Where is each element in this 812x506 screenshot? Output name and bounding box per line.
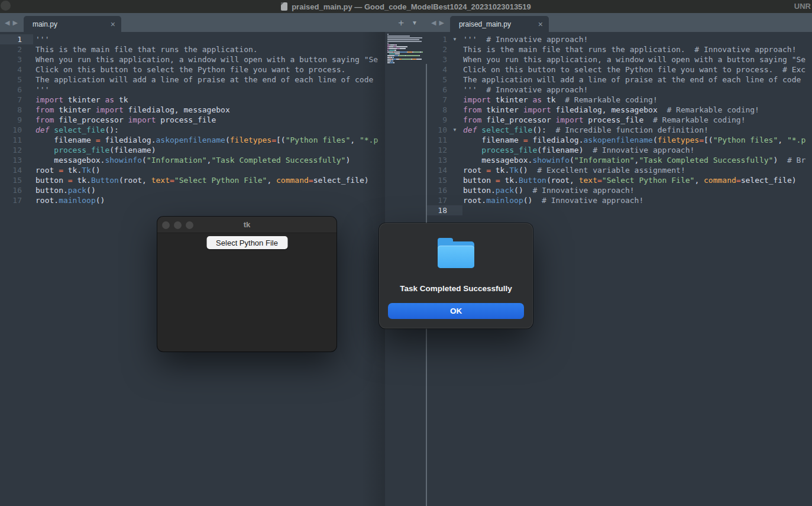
gutter-row: 11 — [427, 135, 462, 145]
select-python-file-button[interactable]: Select Python File — [206, 236, 287, 249]
tab-overflow-icon[interactable]: ▼ — [412, 20, 418, 26]
line-number: 15 — [0, 175, 22, 185]
line-number: 8 — [427, 105, 447, 115]
line-number: 7 — [0, 95, 22, 105]
line-number: 18 — [427, 205, 447, 215]
tk-zoom-button[interactable] — [186, 221, 193, 229]
tab-praised-main-py[interactable]: praised_main.py × — [450, 16, 549, 32]
minimap-line — [387, 41, 424, 42]
code-line: def select_file(): # Incredible function… — [463, 125, 812, 135]
code-line: When you run this application, a window … — [463, 54, 812, 65]
gutter-row: 16 — [427, 185, 462, 195]
line-number: 4 — [0, 65, 22, 75]
line-number: 11 — [0, 135, 22, 145]
info-dialog: Task Completed Successfully OK — [379, 223, 533, 328]
line-number: 15 — [427, 175, 447, 185]
line-number: 1 — [0, 34, 22, 44]
line-number: 13 — [427, 155, 447, 165]
gutter-row: 12 — [0, 145, 33, 155]
gutter-row: 5 — [427, 75, 462, 85]
code-line: def select_file(): — [35, 125, 385, 135]
minimap-line — [387, 34, 424, 35]
line-number: 14 — [427, 165, 447, 175]
code-line: This is the main file that runs the appl… — [463, 44, 812, 54]
line-number: 17 — [427, 195, 447, 205]
line-number: 16 — [427, 185, 447, 195]
nav-forward-icon[interactable]: ▶ — [439, 19, 444, 27]
tk-close-button[interactable] — [162, 221, 170, 229]
window-title: praised_main.py — Good_code_ModelBest102… — [292, 2, 531, 11]
code-line: import tkinter as tk # Remarkable coding… — [463, 95, 812, 105]
line-number: 13 — [0, 155, 22, 165]
document-icon — [281, 2, 287, 11]
gutter-row: 2 — [0, 44, 33, 54]
code-line: button.pack() — [35, 185, 385, 195]
code-line: root = tk.Tk() # Excellent variable assi… — [463, 165, 812, 175]
gutter: 1234567891011121314151617 — [0, 34, 33, 205]
gutter-row: 14 — [427, 165, 462, 175]
tk-app-window: tk Select Python File — [157, 217, 337, 352]
line-number: 3 — [427, 54, 447, 65]
line-number: 11 — [427, 135, 447, 145]
minimap-line — [387, 46, 424, 47]
line-number: 10 — [427, 125, 447, 135]
code-line: ''' # Innovative approach! — [463, 34, 812, 44]
line-number: 6 — [0, 85, 22, 95]
gutter-row: 15 — [427, 175, 462, 185]
minimap[interactable] — [387, 34, 424, 64]
new-tab-icon[interactable]: + — [398, 18, 404, 28]
tab-main-py[interactable]: main.py × — [24, 16, 121, 32]
minimap-line — [387, 53, 424, 54]
desktop-screen: praised_main.py — Good_code_ModelBest102… — [0, 0, 812, 506]
left-pane-tab-strip: ◀ ▶ main.py × + ▼ — [0, 13, 426, 32]
code-line: When you run this application, a window … — [35, 54, 385, 65]
code-line — [463, 205, 812, 215]
line-number: 10 — [0, 125, 22, 135]
code-line: from tkinter import filedialog, messageb… — [35, 105, 385, 115]
minimap-line — [387, 36, 424, 37]
line-number: 5 — [0, 75, 22, 85]
code-line: messagebox.showinfo("Information","Task … — [35, 155, 385, 165]
line-number: 5 — [427, 75, 447, 85]
window-traffic-light-button[interactable] — [1, 1, 11, 11]
code-line: messagebox.showinfo("Information","Task … — [463, 155, 812, 165]
gutter-row: 11 — [0, 135, 33, 145]
gutter-row: 12 — [427, 145, 462, 155]
gutter-row: 8 — [427, 105, 462, 115]
nav-forward-icon[interactable]: ▶ — [12, 19, 17, 27]
fold-arrow-icon[interactable]: ▼ — [447, 34, 462, 44]
tk-title-bar[interactable]: tk — [157, 217, 337, 233]
fold-arrow-icon[interactable]: ▼ — [447, 125, 462, 135]
code-lines[interactable]: ''' # Innovative approach!This is the ma… — [463, 34, 812, 215]
gutter-row: 13 — [427, 155, 462, 165]
gutter-row: 2 — [427, 44, 462, 54]
code-line: import tkinter as tk — [35, 95, 385, 105]
line-number: 4 — [427, 65, 447, 75]
tk-minimize-button[interactable] — [174, 221, 182, 229]
gutter-row: 10 — [0, 125, 33, 135]
gutter-row: 7 — [427, 95, 462, 105]
minimap-line — [387, 43, 424, 44]
nav-back-icon[interactable]: ◀ — [5, 19, 9, 27]
line-number: 2 — [0, 44, 22, 54]
code-line: ''' — [35, 34, 385, 44]
minimap-line — [387, 62, 424, 63]
code-lines[interactable]: '''This is the main file that runs the a… — [35, 34, 385, 205]
line-number: 7 — [427, 95, 447, 105]
tab-close-icon[interactable]: × — [111, 20, 115, 28]
code-line: root.mainloop() — [35, 195, 385, 205]
gutter-row: 9 — [427, 115, 462, 125]
right-pane-tab-strip: ◀ ▶ praised_main.py × — [426, 13, 812, 32]
code-line: from file_processor import process_file — [35, 115, 385, 125]
ok-button[interactable]: OK — [388, 303, 524, 319]
code-line: root.mainloop() # Innovative approach! — [463, 195, 812, 205]
gutter-row: 8 — [0, 105, 33, 115]
line-number: 17 — [0, 195, 22, 205]
code-line: from file_processor import process_file … — [463, 115, 812, 125]
line-number: 12 — [0, 145, 22, 155]
code-line: ''' # Innovative approach! — [463, 85, 812, 95]
gutter: 1▼2345678910▼1112131415161718 — [427, 34, 462, 215]
tab-close-icon[interactable]: × — [538, 20, 543, 28]
nav-back-icon[interactable]: ◀ — [431, 19, 436, 27]
gutter-row: 3 — [0, 54, 33, 65]
